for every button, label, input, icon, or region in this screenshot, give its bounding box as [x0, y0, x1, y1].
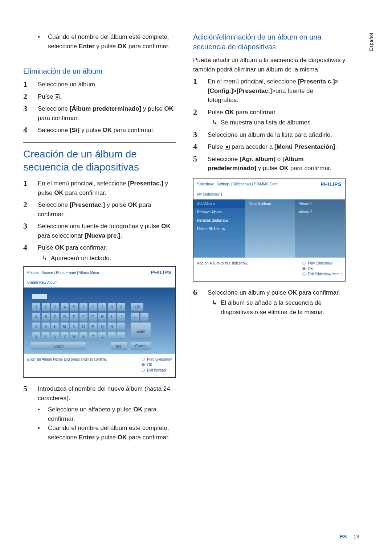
key: H [98, 313, 106, 321]
menu-item: Delete Slideshow [193, 225, 245, 233]
key: 5 [70, 303, 78, 311]
key: 0 [117, 303, 125, 311]
key: L [51, 323, 59, 331]
philips-logo: PHILIPS [151, 270, 172, 275]
delete-steps: 1Seleccione un álbum. 2Pulse . 3Seleccio… [23, 80, 176, 135]
screenshot-footer-actions: Play Slideshow OK Exit keypad [142, 357, 172, 374]
key: P [89, 323, 97, 331]
key: 6 [79, 303, 87, 311]
screenshot-footer-actions: Play Slideshow OK Exit Slideshow Menu [302, 261, 342, 278]
key: A [32, 313, 40, 321]
menu-item: Add Album [193, 200, 245, 208]
heading-add-remove-album: Adición/eliminación de un álbum en una s… [193, 32, 346, 52]
menu-item: Rename Slideshow [193, 216, 245, 225]
key: S [32, 332, 40, 340]
menu-item: Remove Album [193, 208, 245, 216]
key: B [42, 313, 50, 321]
menu-item: Album 1 [295, 200, 345, 208]
key-cancel: Cancel [131, 342, 151, 350]
menu-item: Album 2 [295, 208, 345, 216]
screenshot-subtitle: My Slideshow 1 [193, 189, 345, 200]
key: E [70, 313, 78, 321]
heading-create-slideshow-album: Creación de un álbum de secuencia de dia… [23, 148, 176, 174]
key: X [79, 332, 87, 340]
key-left-arrow-icon: ← [131, 313, 139, 321]
result-arrow-icon: ↳ [212, 298, 217, 317]
key: U [51, 332, 59, 340]
key: 4 [61, 303, 69, 311]
step-text: Seleccione [Sí] y pulse OK para confirma… [38, 126, 155, 135]
menu-col-actions: Add Album Remove Album Rename Slideshow … [193, 200, 245, 258]
key-abc: abc [111, 342, 127, 350]
step-text: Pulse . [38, 92, 62, 102]
key-space: Space [31, 342, 86, 350]
menu-icon [55, 94, 60, 99]
key: _ [117, 332, 125, 340]
philips-logo: PHILIPS [320, 181, 342, 187]
key: W [70, 332, 78, 340]
key: V [61, 332, 69, 340]
key: 3 [51, 303, 59, 311]
key: Q [98, 323, 106, 331]
screenshot-slideshow-album-menu: Slideshow | Settings | Slideshows | SD/M… [193, 178, 346, 282]
key: N [70, 323, 78, 331]
key-enter: Enter [131, 323, 151, 340]
key: T [42, 332, 50, 340]
left-column: • Cuando el nombre del álbum esté comple… [23, 22, 176, 445]
key: 9 [108, 303, 116, 311]
create-steps: 1En el menú principal, seleccione [Prese… [23, 179, 176, 263]
key: 8 [98, 303, 106, 311]
bullet-icon: • [38, 32, 41, 51]
key: 7 [89, 303, 97, 311]
page-columns: • Cuando el nombre del álbum esté comple… [23, 22, 369, 445]
add-remove-steps: 1En el menú principal, seleccione [Prese… [193, 77, 346, 173]
key: Z [98, 332, 106, 340]
key: , [108, 332, 116, 340]
key: O [79, 323, 87, 331]
top-note-text: Cuando el nombre del álbum esté completo… [48, 32, 176, 51]
key: R [108, 323, 116, 331]
key: G [89, 313, 97, 321]
language-tab: Español [369, 33, 374, 51]
screenshot-create-album-keyboard: Photos | Source | PhotoFrame | Album Men… [23, 266, 176, 378]
key: ! [117, 313, 125, 321]
menu-col-middle: Default album [245, 200, 295, 258]
key: C [51, 313, 59, 321]
menu-icon [225, 145, 230, 150]
key: M [61, 323, 69, 331]
result-arrow-icon: ↳ [42, 254, 47, 263]
intro-text: Puede añadir un álbum a la secuencia de … [193, 56, 346, 74]
top-note-bullet: • Cuando el nombre del álbum esté comple… [23, 32, 176, 51]
page-number: 19 [353, 533, 359, 539]
key: D [61, 313, 69, 321]
key: K [42, 323, 50, 331]
screenshot-subtitle: Create New Album [24, 278, 175, 288]
screenshot-footer-hint: Enter an Album Name and press enter to c… [27, 357, 107, 374]
menu-col-albums: Album 1 Album 2 [295, 200, 345, 258]
album-name-input [32, 294, 47, 299]
page-footer: ES 19 [339, 533, 359, 539]
key: Y [89, 332, 97, 340]
key: F [79, 313, 87, 321]
key: I [108, 313, 116, 321]
key: 2 [42, 303, 50, 311]
right-column: Adición/eliminación de un álbum en una s… [193, 22, 346, 445]
breadcrumb: Photos | Source | PhotoFrame | Album Men… [27, 271, 99, 275]
key-backspace-icon: ⌫ [131, 303, 143, 311]
screenshot-footer-hint: Add an Album to this slideshow. [197, 261, 248, 278]
step-text: Seleccione un álbum. [38, 80, 97, 89]
heading-delete-album: Eliminación de un álbum [23, 66, 176, 76]
menu-item: Default album [245, 200, 295, 208]
breadcrumb: Slideshow | Settings | Slideshows | SD/M… [197, 182, 278, 186]
lang-code: ES [339, 533, 347, 539]
key: 1 [32, 303, 40, 311]
key: J [32, 323, 40, 331]
key-right-arrow-icon: → [140, 313, 148, 321]
result-arrow-icon: ↳ [212, 118, 217, 127]
step-text: Seleccione [Álbum predeterminado] y puls… [38, 104, 176, 123]
key: . [117, 323, 125, 331]
